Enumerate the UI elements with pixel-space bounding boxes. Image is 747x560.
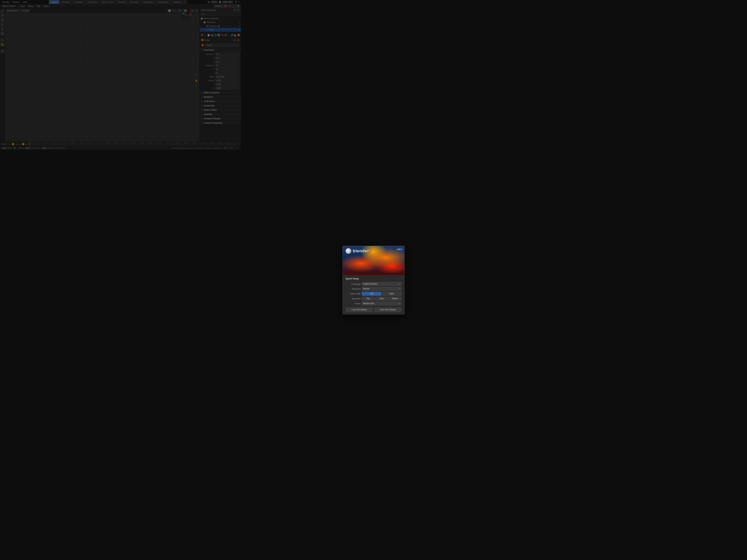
modal-overlay[interactable]: blender 2.90.1 Quick Setup Language Engl… [0, 0, 241, 151]
